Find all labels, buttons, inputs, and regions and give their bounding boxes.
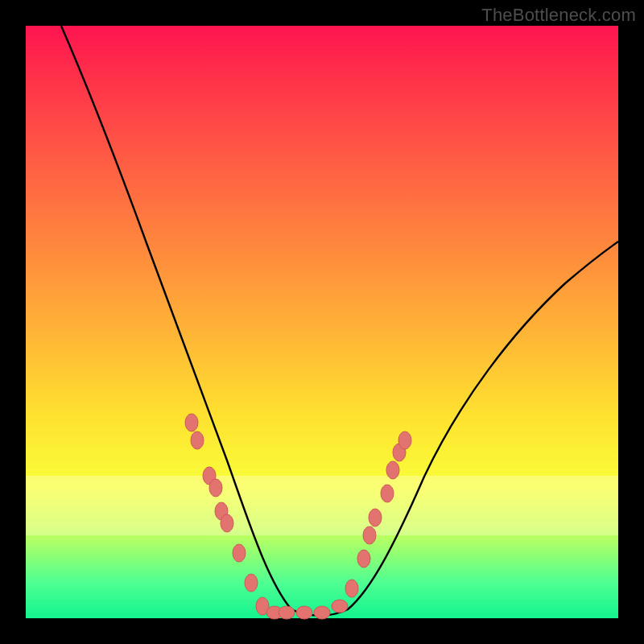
data-marker — [221, 514, 233, 532]
curve-layer — [26, 26, 618, 618]
data-marker — [191, 431, 204, 449]
data-marker — [386, 461, 399, 479]
data-marker — [245, 574, 258, 592]
data-marker — [398, 431, 411, 449]
plot-area — [26, 26, 618, 618]
data-marker — [314, 606, 330, 619]
data-marker — [296, 606, 312, 619]
data-marker — [363, 526, 376, 544]
data-marker — [345, 580, 358, 597]
bottleneck-curve — [61, 26, 618, 616]
data-marker — [381, 485, 394, 502]
data-marker — [332, 600, 348, 613]
data-marker — [233, 544, 246, 562]
watermark-text: TheBottleneck.com — [481, 5, 636, 26]
marker-group — [185, 414, 411, 619]
data-marker — [185, 414, 198, 431]
data-marker — [357, 550, 370, 568]
data-marker — [209, 479, 222, 497]
data-marker — [369, 509, 382, 526]
data-marker — [279, 606, 295, 619]
chart-frame: TheBottleneck.com — [0, 0, 644, 644]
